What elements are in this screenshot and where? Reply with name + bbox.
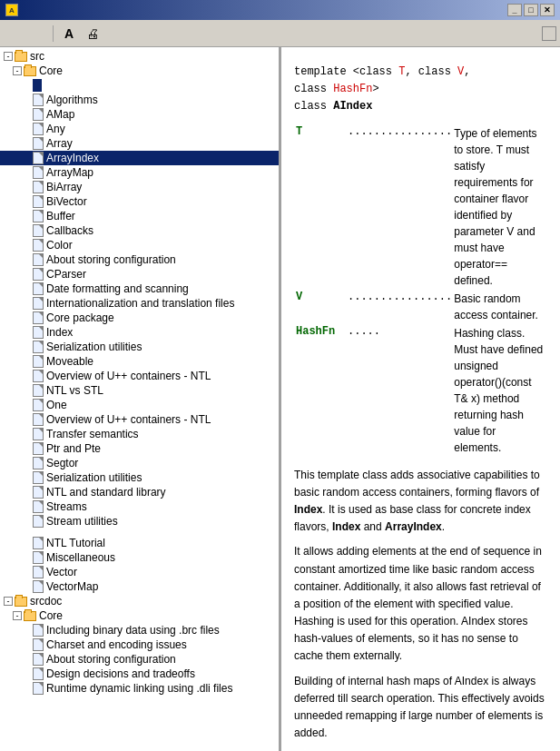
- tree-item-arrayindex[interactable]: ArrayIndex: [0, 151, 279, 165]
- tree-item-serial-util[interactable]: Serialization utilities: [0, 340, 279, 354]
- tree-item-biarray[interactable]: BiArray: [0, 180, 279, 194]
- expand-icon[interactable]: -: [13, 66, 22, 75]
- tree-item-callbacks[interactable]: Callbacks: [0, 223, 279, 238]
- expand-icon[interactable]: -: [4, 597, 13, 606]
- tree-item-overview-ntl2[interactable]: Overview of U++ containers - NTL: [0, 412, 279, 427]
- main-layout: -src-CoreAlgorithmsAMapAnyArrayArrayInde…: [0, 47, 560, 751]
- tree-item-srcdoc[interactable]: -srcdoc: [0, 594, 279, 608]
- title-bar-left: A: [5, 4, 22, 16]
- tree-item-src[interactable]: -src: [0, 49, 279, 64]
- forward-button[interactable]: [27, 24, 47, 44]
- tree-item-array[interactable]: Array: [0, 136, 279, 151]
- expand-icon[interactable]: -: [13, 611, 22, 620]
- tree-item-segtor[interactable]: Segtor: [0, 456, 279, 470]
- doc-icon: [33, 370, 44, 382]
- tree-item-bivector[interactable]: BiVector: [0, 194, 279, 209]
- param-dots: ................: [348, 125, 452, 289]
- tree-item-ntl-stdlib[interactable]: NTL and standard library: [0, 485, 279, 499]
- tree-item-algorithms[interactable]: Algorithms: [0, 93, 279, 107]
- tree-item-ntl-tutorial[interactable]: NTL Tutorial: [0, 536, 279, 550]
- tree-label: Buffer: [46, 210, 75, 222]
- minimize-button[interactable]: _: [507, 4, 522, 16]
- template-keyword: template <: [294, 65, 359, 78]
- tree-item-any[interactable]: Any: [0, 122, 279, 136]
- maximize-button[interactable]: □: [524, 4, 538, 16]
- doc-icon: [33, 94, 44, 106]
- param-desc: Type of elements to store. T must satisf…: [454, 125, 545, 289]
- tree-item-color[interactable]: Color: [0, 238, 279, 252]
- tree-item-cursor[interactable]: [0, 78, 279, 93]
- tree-item-moveable[interactable]: Moveable: [0, 354, 279, 369]
- close-button[interactable]: ✕: [540, 4, 555, 16]
- tree-item-transfer[interactable]: Transfer semantics: [0, 427, 279, 441]
- doc-icon: [33, 537, 44, 549]
- tree-item-ptr-pte[interactable]: Ptr and Pte: [0, 441, 279, 456]
- tree-item-buffer[interactable]: Buffer: [0, 209, 279, 223]
- tree-label: ArrayMap: [46, 166, 93, 179]
- tree-item-i18n[interactable]: Internationalization and translation fil…: [0, 296, 279, 311]
- param-row: V................Basic random access con…: [296, 291, 545, 323]
- tree-label: Serialization utilities: [46, 341, 142, 353]
- tree-item-arraymap[interactable]: ArrayMap: [0, 165, 279, 180]
- print-button[interactable]: 🖨: [83, 24, 103, 44]
- tree-item-stream-util[interactable]: Stream utilities: [0, 514, 279, 529]
- tree-item-serial-util2[interactable]: Serialization utilities: [0, 470, 279, 485]
- doc-icon: [33, 341, 44, 353]
- tree-item-overview-ntl[interactable]: Overview of U++ containers - NTL: [0, 369, 279, 383]
- tree-label: ArrayIndex: [46, 152, 99, 164]
- tree-label: One: [46, 399, 67, 411]
- highlight-index: Index: [332, 520, 360, 533]
- title-bar-controls[interactable]: _ □ ✕: [507, 4, 555, 16]
- param-dots: ................: [348, 291, 452, 323]
- tree-item-date-formatting[interactable]: Date formatting and scanning: [0, 282, 279, 296]
- tree-item-core-group2[interactable]: -Core: [0, 608, 279, 623]
- tree-item-cparser[interactable]: CParser: [0, 267, 279, 282]
- tree-label: NTL and standard library: [46, 486, 166, 499]
- tree-item-index[interactable]: Index: [0, 325, 279, 340]
- expand-icon[interactable]: -: [4, 52, 13, 61]
- doc-icon: [33, 551, 44, 564]
- panel-toggle-button[interactable]: [542, 26, 556, 41]
- tree-item-binary-data[interactable]: Including binary data using .brc files: [0, 623, 279, 637]
- tree-item-about-storing[interactable]: About storing configuration: [0, 252, 279, 267]
- tree-item-vector[interactable]: Vector: [0, 565, 279, 579]
- tree-label: Internationalization and translation fil…: [46, 297, 234, 310]
- tree-item-core-group[interactable]: -Core: [0, 64, 279, 78]
- tree-item-charset[interactable]: Charset and encoding issues: [0, 637, 279, 652]
- tree-label: Ptr and Pte: [46, 442, 101, 455]
- tree-label: CParser: [46, 268, 86, 281]
- doc-icon: [33, 624, 44, 637]
- tree-item-vectormap[interactable]: VectorMap: [0, 579, 279, 594]
- tree-item-one[interactable]: One: [0, 398, 279, 412]
- doc-icon: [33, 224, 44, 237]
- folder-icon: [15, 597, 27, 607]
- tree-item-runtime-dynamic[interactable]: Runtime dynamic linking using .dli files: [0, 681, 279, 696]
- doc-icon: [33, 682, 44, 695]
- content-panel: template <class T, class V, class HashFn…: [281, 47, 560, 751]
- tree-label: Design decisions and tradeoffs: [46, 667, 195, 680]
- param-name: HashFn: [296, 325, 346, 456]
- tree-label: Runtime dynamic linking using .dli files: [46, 682, 232, 695]
- doc-icon: [33, 399, 44, 411]
- title-bar: A _ □ ✕: [0, 0, 560, 20]
- tree-item-amap[interactable]: AMap: [0, 107, 279, 122]
- tree-label: Moveable: [46, 355, 93, 368]
- doc-icon: [33, 166, 44, 179]
- tree-item-ntl-stl[interactable]: NTL vs STL: [0, 383, 279, 398]
- doc-icon: [33, 137, 44, 150]
- tree-item-core-package[interactable]: Core package: [0, 311, 279, 325]
- back-button[interactable]: [4, 24, 24, 44]
- tree-item-streams[interactable]: Streams: [0, 499, 279, 514]
- tree-item-about-storing2[interactable]: About storing configuration: [0, 652, 279, 667]
- tree-item-design-decisions[interactable]: Design decisions and tradeoffs: [0, 667, 279, 681]
- folder-icon: [24, 66, 36, 76]
- tree-item-misc[interactable]: Miscellaneous: [0, 550, 279, 565]
- content-paragraph-0: This template class adds associative cap…: [294, 467, 547, 537]
- param-desc: Basic random access container.: [454, 291, 545, 323]
- tree-label: About storing configuration: [46, 253, 176, 266]
- doc-icon: [33, 457, 44, 469]
- tree-panel[interactable]: -src-CoreAlgorithmsAMapAnyArrayArrayInde…: [0, 47, 281, 751]
- doc-icon: [33, 268, 44, 281]
- tree-label: Core package: [46, 311, 114, 324]
- font-button[interactable]: A: [59, 24, 79, 44]
